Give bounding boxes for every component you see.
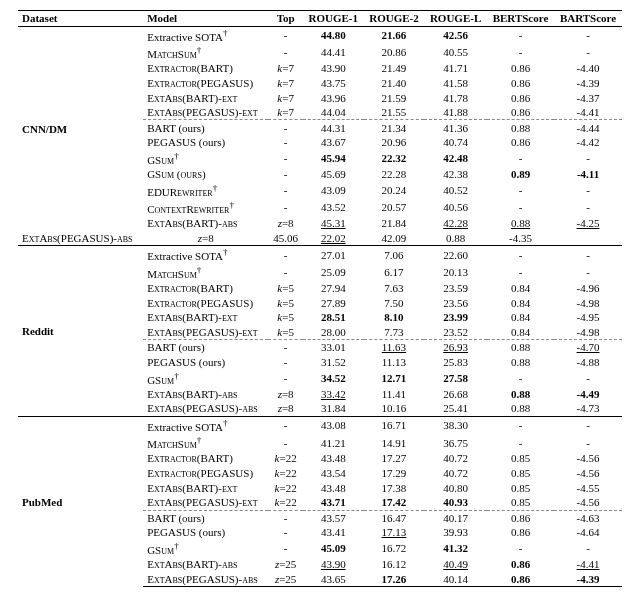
metric-cell: 0.88 xyxy=(487,355,554,370)
metric-cell: - xyxy=(554,540,622,557)
model-cell: EDURewriter† xyxy=(143,182,268,199)
model-cell: ExtAbs(BART)-abs xyxy=(143,387,268,402)
metric-cell: 0.85 xyxy=(487,451,554,466)
metric-cell: -4.44 xyxy=(554,120,622,135)
metric-cell: 28.00 xyxy=(303,324,364,339)
model-cell: ExtAbs(PEGASUS)-ext xyxy=(143,105,268,120)
metric-cell: 20.57 xyxy=(364,199,425,216)
top-cell: - xyxy=(268,44,303,61)
metric-cell: 0.86 xyxy=(487,76,554,91)
metric-cell: - xyxy=(487,26,554,44)
top-cell: z=25 xyxy=(268,572,303,587)
metric-cell: 0.86 xyxy=(487,90,554,105)
top-cell: z=8 xyxy=(268,387,303,402)
metric-cell: 43.96 xyxy=(303,90,364,105)
metric-cell: 8.10 xyxy=(364,310,425,325)
metric-cell: -4.55 xyxy=(554,480,622,495)
model-cell: Extractive SOTA† xyxy=(143,246,268,264)
metric-cell: 40.17 xyxy=(424,510,487,525)
model-cell: MatchSum† xyxy=(143,263,268,280)
metric-cell: 20.13 xyxy=(424,263,487,280)
metric-cell: - xyxy=(554,416,622,434)
metric-cell: - xyxy=(554,44,622,61)
metric-cell: 41.58 xyxy=(424,76,487,91)
metric-cell: -4.64 xyxy=(554,525,622,540)
metric-cell: 7.06 xyxy=(364,246,425,264)
metric-cell: 43.65 xyxy=(303,572,364,587)
metric-cell: 22.32 xyxy=(364,150,425,167)
metric-cell: 25.41 xyxy=(424,401,487,416)
top-cell: - xyxy=(268,120,303,135)
metric-cell: 10.16 xyxy=(364,401,425,416)
metric-cell: 0.86 xyxy=(487,557,554,572)
metric-cell: 17.38 xyxy=(364,480,425,495)
top-cell: z=8 xyxy=(268,216,303,231)
metric-cell: 42.28 xyxy=(424,216,487,231)
metric-cell: 0.88 xyxy=(487,387,554,402)
metric-cell: - xyxy=(487,246,554,264)
top-cell: - xyxy=(268,263,303,280)
top-cell: - xyxy=(268,26,303,44)
metric-cell: 43.57 xyxy=(303,510,364,525)
metric-cell: 43.90 xyxy=(303,61,364,76)
metric-cell: - xyxy=(554,26,622,44)
top-cell: z=25 xyxy=(268,557,303,572)
metric-cell: 44.04 xyxy=(303,105,364,120)
metric-cell: 21.40 xyxy=(364,76,425,91)
dataset-cell: Reddit xyxy=(18,246,143,417)
model-cell: PEGASUS (ours) xyxy=(143,525,268,540)
metric-cell: 44.80 xyxy=(303,26,364,44)
col-top: Top xyxy=(268,11,303,27)
metric-cell: 42.09 xyxy=(364,231,425,246)
metric-cell: 28.51 xyxy=(303,310,364,325)
metric-cell: -4.41 xyxy=(554,557,622,572)
metric-cell: 41.78 xyxy=(424,90,487,105)
metric-cell: - xyxy=(487,150,554,167)
metric-cell: 23.59 xyxy=(424,281,487,296)
top-cell: z=8 xyxy=(268,401,303,416)
metric-cell: - xyxy=(554,246,622,264)
metric-cell: -4.63 xyxy=(554,510,622,525)
metric-cell: 40.80 xyxy=(424,480,487,495)
model-cell: Extractive SOTA† xyxy=(143,26,268,44)
model-cell: Extractor(BART) xyxy=(143,281,268,296)
metric-cell: 40.14 xyxy=(424,572,487,587)
metric-cell: - xyxy=(554,150,622,167)
model-cell: GSum (ours) xyxy=(143,167,268,182)
metric-cell: 7.63 xyxy=(364,281,425,296)
metric-cell: 31.84 xyxy=(303,401,364,416)
metric-cell: 40.72 xyxy=(424,466,487,481)
metric-cell: 34.52 xyxy=(303,369,364,386)
metric-cell: 39.93 xyxy=(424,525,487,540)
metric-cell: - xyxy=(487,44,554,61)
metric-cell: 42.56 xyxy=(424,26,487,44)
metric-cell: 0.88 xyxy=(487,216,554,231)
metric-cell: 6.17 xyxy=(364,263,425,280)
model-cell: Extractor(PEGASUS) xyxy=(143,76,268,91)
metric-cell: -4.56 xyxy=(554,451,622,466)
metric-cell: 23.99 xyxy=(424,310,487,325)
metric-cell: 31.52 xyxy=(303,355,364,370)
metric-cell: 0.86 xyxy=(487,105,554,120)
metric-cell: 43.54 xyxy=(303,466,364,481)
metric-cell: 0.88 xyxy=(487,340,554,355)
metric-cell: -4.95 xyxy=(554,310,622,325)
metric-cell: - xyxy=(487,263,554,280)
metric-cell: - xyxy=(487,434,554,451)
model-cell: ExtAbs(BART)-abs xyxy=(143,216,268,231)
metric-cell: 21.84 xyxy=(364,216,425,231)
col-dataset: Dataset xyxy=(18,11,143,27)
col-bert: BERTScore xyxy=(487,11,554,27)
metric-cell: 44.31 xyxy=(303,120,364,135)
model-cell: ContextRewriter† xyxy=(143,199,268,216)
metric-cell: 42.48 xyxy=(424,150,487,167)
metric-cell: - xyxy=(487,199,554,216)
metric-cell: 45.69 xyxy=(303,167,364,182)
table-row: RedditExtractive SOTA†-27.017.0622.60-- xyxy=(18,246,622,264)
metric-cell: 21.66 xyxy=(364,26,425,44)
metric-cell: 27.89 xyxy=(303,295,364,310)
metric-cell: 25.83 xyxy=(424,355,487,370)
top-cell: k=5 xyxy=(268,281,303,296)
model-cell: ExtAbs(PEGASUS)-abs xyxy=(143,401,268,416)
top-cell: - xyxy=(268,199,303,216)
